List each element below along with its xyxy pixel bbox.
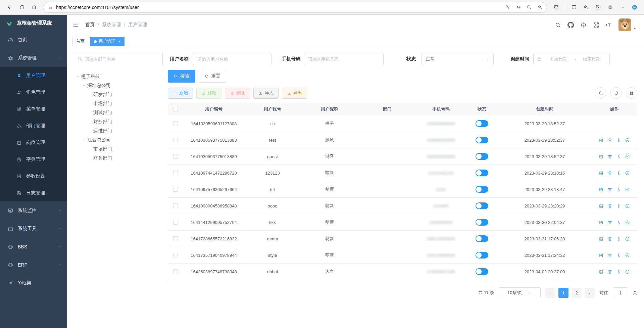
row-checkbox[interactable]: [173, 269, 178, 274]
status-toggle[interactable]: [476, 137, 488, 143]
next-page-button[interactable]: [585, 288, 595, 298]
sidebar-item-yi-framework[interactable]: Yi框架: [0, 274, 67, 292]
breadcrumb-item[interactable]: 用户管理: [128, 22, 147, 28]
more-button[interactable]: [616, 2, 628, 13]
favorite-add-button[interactable]: [535, 2, 545, 12]
status-toggle[interactable]: [476, 268, 488, 275]
delete-icon[interactable]: [607, 187, 612, 192]
read-aloud-button[interactable]: [513, 2, 523, 12]
delete-icon[interactable]: [607, 154, 612, 159]
delete-icon[interactable]: [607, 236, 612, 241]
modify-button[interactable]: 修改: [196, 88, 221, 99]
status-select[interactable]: 正常: [422, 53, 494, 65]
tree-node[interactable]: 财务部门: [74, 153, 163, 162]
status-toggle[interactable]: [476, 219, 488, 226]
tree-node[interactable]: 江西总公司: [74, 135, 163, 144]
key-icon[interactable]: [616, 253, 621, 258]
sidebar-item-menu-management[interactable]: 菜单管理: [0, 101, 67, 118]
row-checkbox[interactable]: [173, 121, 178, 126]
menu-collapse-button[interactable]: [72, 21, 79, 28]
check-circle-icon[interactable]: [625, 269, 630, 274]
check-circle-icon[interactable]: [625, 187, 630, 192]
key-icon[interactable]: [616, 220, 621, 225]
export-button[interactable]: 导出: [282, 88, 307, 99]
row-checkbox[interactable]: [173, 236, 178, 241]
reset-button[interactable]: 重置: [199, 70, 226, 83]
back-button[interactable]: [4, 2, 15, 13]
font-size-button[interactable]: tT: [604, 20, 614, 30]
status-toggle[interactable]: [476, 170, 488, 176]
sidebar-item-system-monitor[interactable]: 系统监控: [0, 201, 67, 220]
check-circle-icon[interactable]: [625, 138, 630, 143]
sidebar-item-system-tools[interactable]: 系统工具: [0, 220, 67, 238]
tree-node[interactable]: 市场部门: [74, 144, 163, 153]
reload-button[interactable]: [16, 2, 28, 13]
row-checkbox[interactable]: [173, 138, 178, 142]
edit-icon[interactable]: [599, 203, 604, 208]
edit-icon[interactable]: [599, 171, 604, 176]
row-checkbox[interactable]: [173, 203, 178, 208]
select-all-checkbox[interactable]: [173, 107, 178, 111]
sidebar-item-param-settings[interactable]: 参数设置: [0, 168, 67, 185]
tab-close-icon[interactable]: ×: [118, 39, 121, 44]
row-checkbox[interactable]: [173, 154, 178, 159]
key-icon[interactable]: [616, 236, 621, 241]
check-circle-icon[interactable]: [625, 253, 630, 258]
home-button[interactable]: [28, 2, 40, 13]
delete-icon[interactable]: [607, 138, 612, 143]
delete-icon[interactable]: [607, 269, 612, 274]
github-button[interactable]: [565, 20, 576, 30]
dept-search-input[interactable]: [74, 53, 163, 65]
breadcrumb-item[interactable]: 首页: [85, 22, 95, 28]
sidebar-item-post-management[interactable]: 岗位管理: [0, 134, 67, 151]
status-toggle[interactable]: [476, 202, 488, 209]
check-circle-icon[interactable]: [625, 154, 630, 159]
tree-node[interactable]: 深圳总公司: [74, 81, 163, 90]
status-toggle[interactable]: [476, 120, 488, 127]
sidebar-item-user-management[interactable]: 用户管理: [0, 67, 67, 84]
phone-input[interactable]: [304, 53, 384, 65]
edit-icon[interactable]: [599, 253, 604, 258]
tree-node[interactable]: 运维部门: [74, 126, 163, 135]
tree-node[interactable]: 市场部门: [74, 99, 163, 108]
table-refresh-tool[interactable]: [610, 87, 622, 99]
table-grid-tool[interactable]: [626, 87, 637, 99]
collections-button[interactable]: [592, 2, 604, 13]
sidebar-item-log-management[interactable]: 日志管理: [0, 185, 67, 201]
fullscreen-button[interactable]: [591, 20, 601, 30]
sidebar-item-home[interactable]: 首页: [0, 31, 67, 49]
delete-icon[interactable]: [607, 220, 612, 225]
search-button[interactable]: 搜索: [168, 70, 195, 83]
status-toggle[interactable]: [476, 186, 488, 193]
delete-button[interactable]: 删除: [225, 88, 250, 99]
status-toggle[interactable]: [476, 235, 488, 242]
key-icon[interactable]: [616, 138, 621, 143]
status-toggle[interactable]: [476, 153, 488, 160]
tab-1[interactable]: 用户管理×: [90, 37, 125, 46]
address-bar[interactable]: https://ccnetcore.com:1101/system/user: [43, 2, 547, 13]
edit-icon[interactable]: [599, 138, 604, 143]
key-icon[interactable]: [616, 154, 621, 159]
row-checkbox[interactable]: [173, 253, 178, 257]
edit-icon[interactable]: [599, 220, 604, 225]
edit-icon[interactable]: [599, 154, 604, 159]
username-input[interactable]: [193, 53, 271, 65]
page-size-select[interactable]: 10条/页: [499, 287, 541, 298]
key-icon[interactable]: [616, 171, 621, 176]
page-button-1[interactable]: 1: [558, 288, 568, 298]
tree-node[interactable]: 财务部门: [74, 117, 163, 126]
row-checkbox[interactable]: [173, 220, 178, 225]
zoom-out-button[interactable]: [524, 2, 534, 12]
question-button[interactable]: [578, 20, 588, 30]
check-circle-icon[interactable]: [625, 171, 630, 176]
profile-button[interactable]: [604, 2, 616, 13]
add-button[interactable]: 新增: [168, 88, 193, 99]
edit-icon[interactable]: [599, 269, 604, 274]
tree-node[interactable]: 橙子科技: [74, 72, 163, 81]
favorites-bar-button[interactable]: [580, 2, 592, 13]
bing-button[interactable]: [629, 2, 640, 13]
delete-icon[interactable]: [607, 203, 612, 208]
sidebar-item-dept-management[interactable]: 部门管理: [0, 118, 67, 134]
goto-page-input[interactable]: [613, 287, 628, 298]
delete-icon[interactable]: [607, 253, 612, 258]
